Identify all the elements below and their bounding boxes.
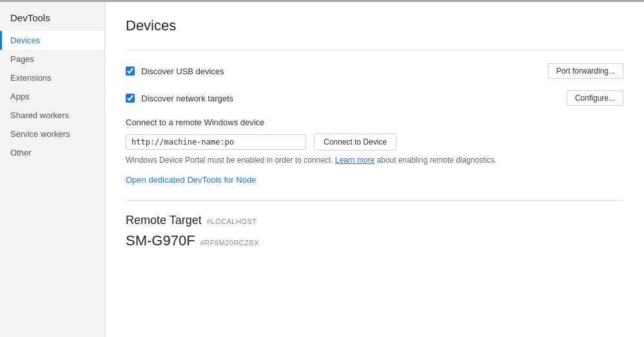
- usb-checkbox-row: Discover USB devices: [126, 66, 538, 76]
- connect-row: Connect to Device: [126, 134, 623, 150]
- sidebar: DevTools Devices Pages Extensions Apps S…: [0, 2, 105, 337]
- info-text-after: about enabling remote diagnostics.: [377, 156, 497, 165]
- connect-input[interactable]: [126, 134, 306, 150]
- usb-devices-label: Discover USB devices: [141, 66, 224, 76]
- connect-to-device-button[interactable]: Connect to Device: [314, 134, 396, 150]
- device-name-label: SM-G970F: [126, 232, 195, 249]
- page-title: Devices: [126, 17, 623, 34]
- info-text: Windows Device Portal must be enabled in…: [126, 156, 623, 165]
- device-id-label: #RF8M20RCZBX: [200, 239, 260, 247]
- port-forwarding-button[interactable]: Port forwarding...: [548, 63, 623, 79]
- learn-more-link[interactable]: Learn more: [335, 156, 375, 165]
- sidebar-item-devices[interactable]: Devices: [0, 31, 104, 50]
- network-checkbox-row: Discover network targets: [126, 94, 556, 103]
- sidebar-item-extensions[interactable]: Extensions: [0, 68, 104, 87]
- network-targets-row: Discover network targets Configure...: [126, 90, 623, 106]
- usb-devices-checkbox[interactable]: [126, 66, 135, 76]
- usb-devices-row: Discover USB devices Port forwarding...: [126, 63, 623, 79]
- divider-top: [126, 50, 623, 50]
- info-text-before: Windows Device Portal must be enabled in…: [126, 156, 333, 165]
- sidebar-item-other[interactable]: Other: [0, 143, 104, 162]
- remote-target-title: Remote Target #LOCALHOST: [126, 214, 623, 227]
- network-targets-checkbox[interactable]: [126, 94, 135, 103]
- app-title: DevTools: [0, 2, 104, 31]
- devtools-node-link[interactable]: Open dedicated DevTools for Node: [126, 175, 256, 185]
- sidebar-item-service-workers[interactable]: Service workers: [0, 125, 104, 143]
- configure-button[interactable]: Configure...: [567, 90, 623, 106]
- remote-section: Remote Target #LOCALHOST SM-G970F #RF8M2…: [126, 200, 623, 249]
- remote-target-id: #LOCALHOST: [207, 218, 257, 225]
- main-content: Devices Discover USB devices Port forwar…: [105, 2, 644, 337]
- connect-section: Connect to a remote Windows device Conne…: [126, 117, 623, 165]
- network-targets-label: Discover network targets: [141, 94, 233, 103]
- device-name-row: SM-G970F #RF8M20RCZBX: [126, 232, 623, 249]
- app-container: DevTools Devices Pages Extensions Apps S…: [0, 0, 644, 337]
- remote-target-label: Remote Target: [126, 214, 202, 227]
- sidebar-item-apps[interactable]: Apps: [0, 87, 104, 106]
- sidebar-item-shared-workers[interactable]: Shared workers: [0, 106, 104, 125]
- sidebar-item-pages[interactable]: Pages: [0, 50, 104, 68]
- connect-title: Connect to a remote Windows device: [126, 117, 623, 127]
